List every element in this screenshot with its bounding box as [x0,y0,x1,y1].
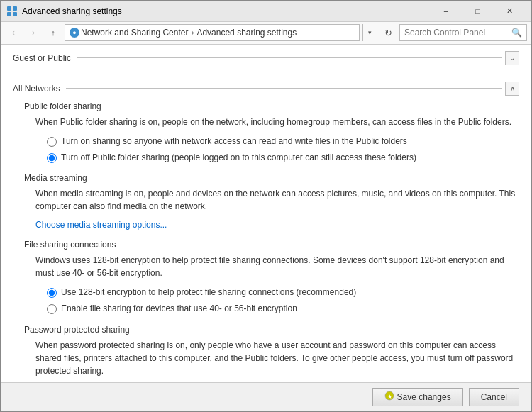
maximize-button[interactable]: □ [462,1,494,22]
breadcrumb-advanced: Advanced sharing settings [196,28,297,38]
all-networks-line [66,88,502,89]
all-networks-collapse-btn[interactable]: ∧ [505,82,519,96]
password-protected-subtitle: Password protected sharing [24,325,519,335]
up-button[interactable]: ↑ [45,24,62,41]
search-box: 🔍 [399,24,527,41]
public-folder-option-2: Turn off Public folder sharing (people l… [47,152,519,164]
forward-button[interactable]: › [25,24,42,41]
breadcrumb-sep1: › [191,28,194,38]
media-streaming-description: When media streaming is on, people and d… [35,187,519,213]
public-folder-description: When Public folder sharing is on, people… [35,116,519,128]
search-icon[interactable]: 🔍 [511,28,522,38]
all-networks-section: All Networks ∧ Public folder sharing Whe… [1,74,531,382]
public-folder-subtitle: Public folder sharing [24,101,519,111]
address-bar: ‹ › ↑ ● Network and Sharing Center › Adv… [1,22,531,45]
file-sharing-option-1: Use 128-bit encryption to help protect f… [47,286,519,299]
save-icon: ★ [384,391,394,403]
file-sharing-label-1: Use 128-bit encryption to help protect f… [61,286,356,299]
content-area: Guest or Public ⌄ All Networks ∧ Public … [1,45,531,382]
refresh-button[interactable]: ↻ [379,24,397,41]
bottom-bar: ★ Save changes Cancel [1,382,531,411]
content-window: Guest or Public ⌄ All Networks ∧ Public … [1,45,531,411]
all-networks-header: All Networks ∧ [13,82,519,96]
public-folder-option-1: Turn on sharing so anyone with network a… [47,135,519,147]
public-folder-radio-2[interactable] [47,153,57,163]
window-icon [6,6,18,17]
svg-rect-2 [7,12,11,16]
close-button[interactable]: ✕ [494,1,526,22]
guest-public-title: Guest or Public [13,53,71,63]
file-sharing-subsection: File sharing connections Windows uses 12… [13,240,519,315]
save-label: Save changes [397,392,451,402]
window-title: Advanced sharing settings [22,6,430,16]
public-folder-label-2: Turn off Public folder sharing (people l… [61,152,416,164]
guest-public-collapse-btn[interactable]: ⌄ [505,51,519,65]
title-bar: Advanced sharing settings − □ ✕ [1,1,531,22]
breadcrumb-dropdown-button[interactable]: ▾ [362,24,377,41]
window-controls: − □ ✕ [430,1,526,22]
file-sharing-label-2: Enable file sharing for devices that use… [61,303,297,315]
clipped-section: Guest or Public ⌄ [1,45,531,74]
file-sharing-description: Windows uses 128-bit encryption to help … [35,254,519,279]
media-streaming-subtitle: Media streaming [24,173,519,183]
media-streaming-link[interactable]: Choose media streaming options... [35,220,519,230]
cancel-button[interactable]: Cancel [469,388,519,406]
breadcrumb-icon: ● [70,28,79,38]
guest-public-line [77,57,502,58]
svg-rect-1 [13,6,17,11]
save-button[interactable]: ★ Save changes [372,388,463,406]
guest-public-header: Guest or Public ⌄ [13,51,519,65]
svg-rect-3 [13,12,17,16]
public-folder-subsection: Public folder sharing When Public folder… [13,101,519,164]
password-protected-subsection: Password protected sharing When password… [13,325,519,382]
back-button[interactable]: ‹ [5,24,22,41]
svg-text:★: ★ [387,394,392,400]
password-protected-description: When password protected sharing is on, o… [35,339,519,377]
all-networks-title: All Networks [13,84,60,94]
svg-rect-0 [7,6,11,11]
main-window: Advanced sharing settings − □ ✕ ‹ › ↑ ● … [0,0,532,412]
file-sharing-subtitle: File sharing connections [24,240,519,250]
file-sharing-option-2: Enable file sharing for devices that use… [47,303,519,315]
minimize-button[interactable]: − [430,1,462,22]
file-sharing-radio-2[interactable] [47,304,57,314]
search-input[interactable] [404,28,511,38]
media-streaming-subsection: Media streaming When media streaming is … [13,173,519,230]
breadcrumb-network[interactable]: Network and Sharing Center [81,28,188,38]
breadcrumb-bar: ● Network and Sharing Center › Advanced … [65,24,360,41]
public-folder-label-1: Turn on sharing so anyone with network a… [61,135,407,147]
file-sharing-radio-1[interactable] [47,288,57,298]
public-folder-radio-1[interactable] [47,137,57,147]
